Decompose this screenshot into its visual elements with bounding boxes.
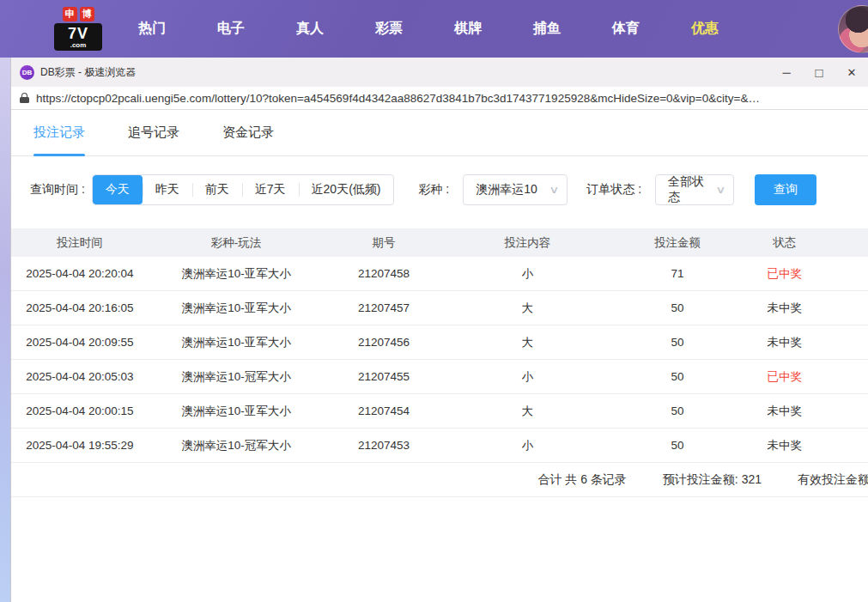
col-status: 状态 bbox=[744, 228, 825, 257]
window-titlebar: DB DB彩票 - 极速浏览器 ─ □ ✕ bbox=[11, 58, 868, 87]
nav-item-fishing[interactable]: 捕鱼 bbox=[533, 20, 561, 38]
lottery-select-value: 澳洲幸运10 bbox=[476, 182, 537, 198]
lottery-select[interactable]: 澳洲幸运10 ∨ bbox=[463, 174, 568, 205]
cell-bet-content: 大 bbox=[444, 325, 611, 359]
tab-chase-records[interactable]: 追号记录 bbox=[128, 110, 179, 155]
logo-char-1: 申 bbox=[63, 7, 77, 21]
bet-records-table: 投注时间 彩种-玩法 期号 投注内容 投注金额 状态 2025-04-04 20… bbox=[11, 228, 868, 497]
cell-status: 已中奖 bbox=[744, 360, 825, 393]
table-row: 2025-04-04 20:05:03 澳洲幸运10-冠军大小 21207455… bbox=[11, 360, 868, 394]
nav-item-chess[interactable]: 棋牌 bbox=[454, 20, 482, 38]
nav-item-hot[interactable]: 热门 bbox=[138, 20, 166, 38]
cell-game-play: 澳洲幸运10-亚军大小 bbox=[149, 394, 325, 428]
close-icon[interactable]: ✕ bbox=[835, 58, 868, 87]
site-nav: 热门 电子 真人 彩票 棋牌 捕鱼 体育 优惠 bbox=[138, 20, 719, 38]
cell-status: 未中奖 bbox=[744, 291, 825, 325]
search-button[interactable]: 查询 bbox=[755, 174, 816, 205]
order-status-label: 订单状态 : bbox=[586, 182, 641, 198]
cell-game-play: 澳洲幸运10-亚军大小 bbox=[149, 325, 325, 359]
summary-total-records: 合计 共 6 条记录 bbox=[537, 472, 626, 488]
time-option-20days[interactable]: 近20天(低频) bbox=[299, 175, 394, 204]
table-row: 2025-04-04 20:16:05 澳洲幸运10-亚军大小 21207457… bbox=[11, 291, 868, 325]
browser-window: DB DB彩票 - 极速浏览器 ─ □ ✕ https://ctopcp02pc… bbox=[10, 58, 868, 602]
cell-bet-content: 小 bbox=[444, 257, 611, 290]
summary-expected-amount: 预计投注金额: 321 bbox=[663, 472, 762, 488]
cell-bet-time: 2025-04-04 20:16:05 bbox=[11, 291, 149, 325]
time-option-day-before[interactable]: 前天 bbox=[192, 175, 242, 204]
cell-bet-time: 2025-04-04 19:55:29 bbox=[11, 429, 149, 462]
window-title: DB彩票 - 极速浏览器 bbox=[40, 65, 770, 80]
filter-bar: 查询时间 : 今天 昨天 前天 近7天 近20天(低频) 彩种 : 澳洲幸运10… bbox=[11, 174, 868, 205]
maximize-icon[interactable]: □ bbox=[803, 58, 835, 87]
chevron-down-icon: ∨ bbox=[549, 184, 560, 196]
chevron-down-icon: ∨ bbox=[715, 184, 725, 196]
record-tabs: 投注记录 追号记录 资金记录 bbox=[11, 110, 868, 156]
cell-bet-amount: 50 bbox=[611, 394, 744, 428]
address-bar[interactable]: https://ctopcp02pcali.uengi5e.com/lotter… bbox=[11, 87, 868, 110]
table-row: 2025-04-04 20:20:04 澳洲幸运10-亚军大小 21207458… bbox=[11, 257, 868, 291]
cell-issue: 21207457 bbox=[324, 291, 444, 325]
cell-status: 已中奖 bbox=[744, 257, 825, 290]
cell-status: 未中奖 bbox=[744, 325, 825, 359]
site-header: 申 博 7V .com 热门 电子 真人 彩票 棋牌 捕鱼 体育 优惠 bbox=[0, 0, 868, 58]
order-status-select[interactable]: 全部状态 ∨ bbox=[655, 174, 734, 205]
time-option-today[interactable]: 今天 bbox=[93, 175, 143, 204]
cell-bet-time: 2025-04-04 20:20:04 bbox=[11, 257, 149, 290]
summary-valid-amount: 有效投注金额 bbox=[798, 472, 868, 488]
time-option-yesterday[interactable]: 昨天 bbox=[143, 175, 192, 204]
cell-bet-amount: 71 bbox=[611, 257, 744, 290]
cell-bet-time: 2025-04-04 20:05:03 bbox=[11, 360, 149, 393]
cell-issue: 21207456 bbox=[324, 325, 444, 359]
cell-game-play: 澳洲幸运10-冠军大小 bbox=[149, 429, 325, 462]
order-status-value: 全部状态 bbox=[668, 174, 712, 205]
cell-issue: 21207454 bbox=[324, 394, 444, 428]
time-option-7days[interactable]: 近7天 bbox=[242, 175, 299, 204]
url-text[interactable]: https://ctopcp02pcali.uengi5e.com/lotter… bbox=[36, 92, 760, 105]
nav-item-sports[interactable]: 体育 bbox=[612, 20, 640, 38]
cell-issue: 21207458 bbox=[324, 257, 444, 290]
tab-bet-records[interactable]: 投注记录 bbox=[33, 110, 85, 155]
col-issue: 期号 bbox=[324, 228, 444, 257]
cell-bet-content: 小 bbox=[444, 360, 611, 393]
table-header-row: 投注时间 彩种-玩法 期号 投注内容 投注金额 状态 bbox=[11, 228, 868, 257]
cell-game-play: 澳洲幸运10-亚军大小 bbox=[149, 257, 325, 290]
cell-bet-content: 大 bbox=[444, 291, 611, 325]
cell-bet-content: 小 bbox=[444, 429, 611, 462]
query-time-label: 查询时间 : bbox=[30, 182, 85, 198]
cell-bet-amount: 50 bbox=[611, 291, 744, 325]
cell-bet-content: 大 bbox=[444, 394, 611, 428]
cell-game-play: 澳洲幸运10-冠军大小 bbox=[149, 360, 325, 393]
cell-bet-time: 2025-04-04 20:09:55 bbox=[11, 325, 149, 359]
logo-main: 7V .com bbox=[54, 23, 102, 51]
col-bet-amount: 投注金额 bbox=[611, 228, 744, 257]
cell-status: 未中奖 bbox=[744, 394, 825, 428]
cell-issue: 21207453 bbox=[324, 429, 444, 462]
site-logo[interactable]: 申 博 7V .com bbox=[54, 7, 102, 51]
browser-app-icon: DB bbox=[20, 65, 34, 80]
cell-status: 未中奖 bbox=[744, 429, 825, 462]
time-range-group: 今天 昨天 前天 近7天 近20天(低频) bbox=[92, 174, 395, 205]
col-game-play: 彩种-玩法 bbox=[149, 228, 325, 257]
minimize-icon[interactable]: ─ bbox=[770, 58, 803, 87]
table-row: 2025-04-04 20:00:15 澳洲幸运10-亚军大小 21207454… bbox=[11, 394, 868, 429]
table-summary-row: 合计 共 6 条记录 预计投注金额: 321 有效投注金额 bbox=[11, 463, 868, 497]
nav-item-live[interactable]: 真人 bbox=[296, 20, 324, 38]
table-body: 2025-04-04 20:20:04 澳洲幸运10-亚军大小 21207458… bbox=[11, 257, 868, 463]
table-row: 2025-04-04 19:55:29 澳洲幸运10-冠军大小 21207453… bbox=[11, 429, 868, 463]
cell-game-play: 澳洲幸运10-亚军大小 bbox=[149, 291, 325, 325]
user-avatar[interactable] bbox=[838, 5, 868, 53]
cell-bet-amount: 50 bbox=[611, 360, 744, 393]
cell-bet-amount: 50 bbox=[611, 325, 744, 359]
tab-fund-records[interactable]: 资金记录 bbox=[222, 110, 274, 155]
table-row: 2025-04-04 20:09:55 澳洲幸运10-亚军大小 21207456… bbox=[11, 325, 868, 360]
cell-bet-amount: 50 bbox=[611, 429, 744, 462]
col-bet-content: 投注内容 bbox=[444, 228, 611, 257]
col-bet-time: 投注时间 bbox=[11, 228, 149, 257]
nav-item-lottery[interactable]: 彩票 bbox=[375, 20, 403, 38]
lock-icon bbox=[20, 93, 29, 103]
nav-item-promo[interactable]: 优惠 bbox=[691, 20, 719, 38]
logo-char-2: 博 bbox=[80, 7, 94, 21]
nav-item-slots[interactable]: 电子 bbox=[217, 20, 245, 38]
cell-bet-time: 2025-04-04 20:00:15 bbox=[11, 394, 149, 428]
cell-issue: 21207455 bbox=[324, 360, 444, 393]
